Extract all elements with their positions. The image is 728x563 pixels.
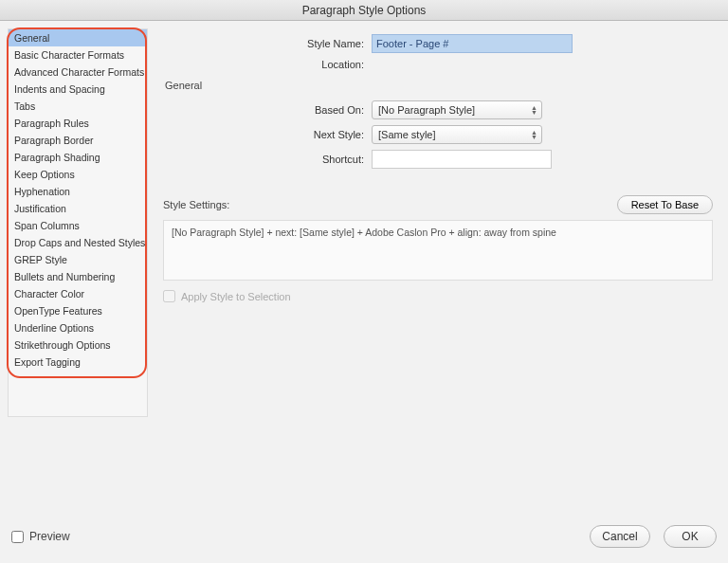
sidebar-item-paragraph-shading[interactable]: Paragraph Shading: [9, 149, 147, 166]
preview-label: Preview: [29, 530, 70, 543]
next-style-label: Next Style:: [163, 129, 372, 140]
based-on-label: Based On:: [163, 104, 372, 116]
dialog-footer: Preview Cancel OK: [11, 525, 717, 548]
shortcut-input[interactable]: [372, 150, 552, 169]
reset-to-base-button[interactable]: Reset To Base: [617, 195, 713, 214]
sidebar-item-keep-options[interactable]: Keep Options: [9, 166, 147, 183]
style-settings-summary: [No Paragraph Style] + next: [Same style…: [163, 220, 713, 281]
sidebar-item-basic-character-formats[interactable]: Basic Character Formats: [9, 46, 147, 64]
sidebar-item-paragraph-rules[interactable]: Paragraph Rules: [9, 115, 147, 132]
based-on-select[interactable]: [No Paragraph Style] ▲▼: [372, 100, 542, 119]
location-label: Location:: [163, 59, 372, 70]
dialog-title: Paragraph Style Options: [0, 0, 728, 21]
ok-button[interactable]: OK: [664, 525, 717, 548]
sidebar-item-general[interactable]: General: [9, 29, 147, 46]
next-style-value: [Same style]: [378, 129, 436, 140]
style-settings-label: Style Settings:: [163, 199, 229, 210]
main-panel: Style Name: Location: General Based On: …: [148, 28, 717, 417]
apply-style-row: Apply Style to Selection: [163, 290, 713, 302]
sidebar-item-underline-options[interactable]: Underline Options: [9, 319, 147, 336]
shortcut-label: Shortcut:: [163, 154, 372, 165]
category-sidebar: GeneralBasic Character FormatsAdvanced C…: [8, 28, 148, 417]
sidebar-item-bullets-and-numbering[interactable]: Bullets and Numbering: [9, 268, 147, 285]
dialog-body: GeneralBasic Character FormatsAdvanced C…: [0, 21, 728, 417]
sidebar-item-advanced-character-formats[interactable]: Advanced Character Formats: [9, 64, 147, 81]
dialog-window: Paragraph Style Options GeneralBasic Cha…: [0, 0, 728, 563]
sidebar-item-export-tagging[interactable]: Export Tagging: [9, 354, 147, 371]
sidebar-item-opentype-features[interactable]: OpenType Features: [9, 302, 147, 319]
sidebar-item-character-color[interactable]: Character Color: [9, 285, 147, 302]
chevron-updown-icon: ▲▼: [531, 130, 537, 139]
based-on-value: [No Paragraph Style]: [378, 104, 475, 116]
sidebar-item-tabs[interactable]: Tabs: [9, 98, 147, 115]
sidebar-item-strikethrough-options[interactable]: Strikethrough Options: [9, 336, 147, 354]
sidebar-item-hyphenation[interactable]: Hyphenation: [9, 183, 147, 200]
sidebar-item-drop-caps-and-nested-styles[interactable]: Drop Caps and Nested Styles: [9, 234, 147, 251]
style-name-input[interactable]: [372, 34, 573, 53]
sidebar-item-grep-style[interactable]: GREP Style: [9, 251, 147, 268]
style-name-label: Style Name:: [163, 38, 372, 49]
apply-style-label: Apply Style to Selection: [181, 291, 291, 302]
section-head-general: General: [165, 80, 713, 91]
next-style-select[interactable]: [Same style] ▲▼: [372, 125, 542, 144]
sidebar-item-span-columns[interactable]: Span Columns: [9, 217, 147, 234]
preview-toggle[interactable]: Preview: [11, 530, 70, 543]
sidebar-item-justification[interactable]: Justification: [9, 200, 147, 217]
chevron-updown-icon: ▲▼: [531, 105, 537, 115]
sidebar-item-paragraph-border[interactable]: Paragraph Border: [9, 132, 147, 149]
cancel-button[interactable]: Cancel: [590, 525, 650, 548]
preview-checkbox[interactable]: [11, 531, 24, 543]
apply-style-checkbox: [163, 290, 175, 302]
sidebar-item-indents-and-spacing[interactable]: Indents and Spacing: [9, 81, 147, 98]
